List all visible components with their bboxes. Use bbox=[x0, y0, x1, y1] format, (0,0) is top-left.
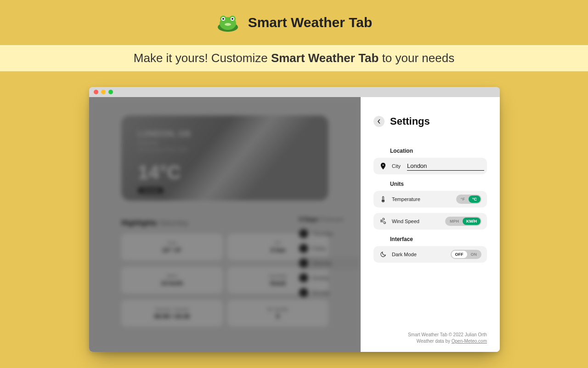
temperature-toggle[interactable]: °F °C bbox=[456, 195, 481, 204]
section-label-interface: Interface bbox=[390, 236, 487, 242]
svg-point-10 bbox=[383, 200, 384, 201]
pin-icon bbox=[379, 162, 387, 170]
card-date: Wednesday, 4 Dec 2024 bbox=[138, 147, 312, 152]
city-input[interactable] bbox=[407, 161, 484, 171]
settings-title: Settings bbox=[390, 115, 430, 127]
window-minimize-icon[interactable] bbox=[101, 90, 106, 94]
svg-point-8 bbox=[225, 23, 231, 26]
page-title: Smart Weather Tab bbox=[248, 15, 373, 30]
subheader-bold: Smart Weather Tab bbox=[271, 51, 379, 65]
forecast-item[interactable]: Saturday bbox=[299, 257, 359, 270]
wind-icon bbox=[379, 217, 387, 225]
svg-point-7 bbox=[232, 18, 233, 20]
location-city-row: City bbox=[373, 158, 487, 174]
back-button[interactable] bbox=[373, 116, 384, 127]
svg-point-6 bbox=[222, 18, 224, 20]
card-city: LONDON, GB bbox=[138, 129, 312, 139]
dark-mode-label: Dark Mode bbox=[392, 252, 417, 257]
highlight-tile: UV3 low bbox=[227, 234, 329, 260]
city-label: City bbox=[392, 163, 401, 169]
wind-row: Wind Speed MPH KM/H bbox=[373, 213, 487, 230]
settings-panel: Settings Location City Units Temperature bbox=[361, 97, 500, 352]
card-temp: 14°C bbox=[138, 161, 312, 184]
window-titlebar bbox=[89, 87, 500, 97]
highlight-tile: Wind14 km/h bbox=[121, 267, 223, 293]
main-pane-blurred: LONDON, GB Overcast Wednesday, 4 Dec 202… bbox=[89, 97, 361, 352]
section-label-location: Location bbox=[390, 148, 487, 154]
footer-prefix: Weather data by bbox=[417, 339, 452, 344]
section-label-units: Units bbox=[390, 181, 487, 187]
subheader-prefix: Make it yours! Customize bbox=[134, 51, 271, 65]
dark-toggle-on[interactable]: ON bbox=[467, 251, 481, 258]
footer-link[interactable]: Open-Meteo.com bbox=[452, 339, 487, 344]
panel-footer: Smart Weather Tab © 2022 Julian Orth Wea… bbox=[373, 332, 487, 345]
wind-label: Wind Speed bbox=[392, 218, 419, 224]
dark-mode-toggle[interactable]: OFF ON bbox=[451, 250, 482, 259]
forecast-item[interactable]: Thursday bbox=[299, 227, 359, 240]
highlight-tile: Air Quality5 bbox=[227, 300, 329, 327]
dark-mode-row: Dark Mode OFF ON bbox=[373, 246, 487, 263]
svg-point-9 bbox=[382, 164, 384, 166]
location-card: LONDON, GB Overcast Wednesday, 4 Dec 202… bbox=[121, 115, 328, 201]
forecast-item[interactable]: Sunday bbox=[299, 271, 359, 284]
window-close-icon[interactable] bbox=[94, 90, 98, 94]
temp-toggle-f[interactable]: °F bbox=[457, 196, 469, 203]
highlights-heading: Highlights Saturday bbox=[121, 219, 328, 227]
temperature-row: Temperature °F °C bbox=[373, 191, 487, 207]
footer-copyright: Smart Weather Tab © 2022 Julian Orth bbox=[373, 332, 487, 338]
forecast-section: 5 Days Forecast ThursdayFridaySaturdaySu… bbox=[299, 216, 359, 299]
temp-toggle-c[interactable]: °C bbox=[469, 196, 481, 203]
dark-toggle-off[interactable]: OFF bbox=[452, 251, 467, 258]
highlight-tile: HumidityGood bbox=[227, 267, 329, 293]
page-header: Smart Weather Tab bbox=[0, 0, 588, 45]
window-maximize-icon[interactable] bbox=[108, 90, 113, 94]
subheader-suffix: to your needs bbox=[379, 51, 454, 65]
forecast-item[interactable]: Monday bbox=[299, 286, 359, 299]
page-subheader: Make it yours! Customize Smart Weather T… bbox=[0, 45, 588, 71]
card-badge: Overcast bbox=[138, 187, 164, 194]
wind-toggle-kmh[interactable]: KM/H bbox=[463, 218, 481, 225]
frog-icon bbox=[216, 13, 240, 32]
wind-toggle[interactable]: MPH KM/H bbox=[445, 217, 481, 226]
moon-icon bbox=[379, 250, 387, 259]
app-window: LONDON, GB Overcast Wednesday, 4 Dec 202… bbox=[89, 87, 500, 352]
highlight-tile: Feel13° / 8° bbox=[121, 234, 223, 260]
thermometer-icon bbox=[379, 195, 387, 203]
temperature-label: Temperature bbox=[392, 196, 420, 202]
highlight-tile: Sunrise / Sunset06:59 / 16:28 bbox=[121, 300, 223, 327]
wind-toggle-mph[interactable]: MPH bbox=[446, 218, 463, 225]
card-condition: Overcast bbox=[138, 140, 312, 145]
forecast-item[interactable]: Friday bbox=[299, 242, 359, 255]
